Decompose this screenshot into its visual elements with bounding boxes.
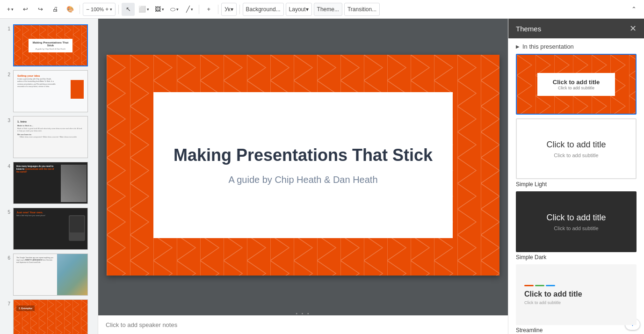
slide-canvas[interactable]: Making Presentations That Stick A guide … <box>98 19 508 312</box>
theme-dropdown[interactable]: Theme... <box>314 3 342 16</box>
background-dropdown[interactable]: Background... <box>243 3 284 16</box>
transition-dropdown[interactable]: Transition... <box>344 3 380 16</box>
frame-dropdown-icon: ▾ <box>147 7 149 12</box>
simple-dark-label: Simple Dark <box>516 254 637 261</box>
slide-preview-3: 1. Intro Made to Stick is… Made to Stick… <box>13 116 88 158</box>
frame-tool[interactable]: ⬜ ▾ <box>137 3 151 16</box>
zoom-dropdown-icon: ▾ <box>110 7 112 12</box>
theme-preview-current: Click to add title Click to add subtitle <box>516 54 637 115</box>
streamline-title: Click to add title <box>524 290 582 298</box>
main-slide[interactable]: Making Presentations That Stick A guide … <box>107 55 499 276</box>
paint-button[interactable]: 🎨 <box>64 3 77 16</box>
image-tool[interactable]: 🖼 ▾ <box>153 3 166 16</box>
slide-thumb-5[interactable]: 5 Just one! Your own. With a little help… <box>0 206 98 252</box>
canvas-area: Making Presentations That Stick A guide … <box>98 19 508 334</box>
slide-5-title: Just one! Your own. <box>16 211 85 214</box>
slide-num-6: 6 <box>4 255 10 261</box>
theme-preview-simple-light: Click to add title Click to add subtitle <box>516 118 637 179</box>
simple-light-content: Click to add title Click to add subtitle <box>517 119 636 178</box>
text-format-dropdown[interactable]: Ук▾ <box>221 3 236 16</box>
line-icon: ╱ <box>186 6 190 13</box>
theme-card-simple-light[interactable]: Click to add title Click to add subtitle… <box>516 118 637 188</box>
slide-thumb-2[interactable]: 2 Selling your idea Create a partnership… <box>0 68 98 114</box>
theme-card-current[interactable]: Click to add title Click to add subtitle <box>516 54 637 115</box>
slide-panel: 1 Making Presentations That Stick A gui <box>0 19 98 334</box>
zoom-control[interactable]: − 100% + ▾ <box>83 3 116 16</box>
simple-dark-title: Click to add title <box>546 213 606 223</box>
slide-preview-2: Selling your idea Create a partnership w… <box>13 70 88 112</box>
insert-icon: + <box>207 6 210 13</box>
main-slide-content[interactable]: Making Presentations That Stick A guide … <box>153 92 453 238</box>
simple-dark-sub: Click to add subtitle <box>554 225 598 231</box>
themes-section-header[interactable]: ▶ In this presentation <box>516 38 637 54</box>
slide-6-image <box>57 254 87 295</box>
insert-button[interactable]: + <box>202 3 215 16</box>
undo-button[interactable]: ↩ <box>19 3 32 16</box>
slide-2-title: Selling your idea <box>17 74 84 77</box>
layout-dropdown[interactable]: Layout▾ <box>286 3 312 16</box>
slide-3-item1: Made to Stick is… <box>17 124 84 127</box>
frame-icon: ⬜ <box>138 6 146 13</box>
collapse-toolbar-button[interactable]: ⌃ <box>627 3 640 16</box>
undo-icon: ↩ <box>23 6 28 13</box>
slide-4-title: How many languages do you need to know t… <box>16 165 58 174</box>
tri-pattern-7 <box>14 300 87 334</box>
slide-2-body: Create a partnership with Chip and Dan H… <box>17 78 57 88</box>
theme-card-simple-dark[interactable]: Click to add title Click to add subtitle… <box>516 191 637 261</box>
theme-label: Theme... <box>317 6 339 13</box>
toolbar: + ▾ ↩ ↪ 🖨 🎨 − 100% + ▾ ↖ ⬜ ▾ 🖼 ▾ ⬭ ▾ ╱ ▾… <box>0 0 644 19</box>
slide-thumb-1[interactable]: 1 Making Presentations That Stick A gui <box>0 22 98 68</box>
zoom-level: 100% <box>91 7 104 12</box>
print-button[interactable]: 🖨 <box>49 3 62 16</box>
slide-thumb-6[interactable]: 6 The Google Translate app can repeat an… <box>0 252 98 298</box>
paint-icon: 🎨 <box>66 6 74 13</box>
shape-tool[interactable]: ⬭ ▾ <box>168 3 181 16</box>
current-theme-bg: Click to add title Click to add subtitle <box>517 55 636 114</box>
svg-rect-1 <box>14 25 87 65</box>
zoom-in-icon: + <box>105 6 109 13</box>
slide-preview-4: How many languages do you need to know t… <box>13 162 88 204</box>
slide-num-7: 7 <box>4 301 10 306</box>
tri-pattern-1 <box>14 25 87 65</box>
slide-4-image <box>61 165 87 202</box>
svg-rect-3 <box>14 300 87 334</box>
themes-section: ▶ In this presentation <box>508 38 644 334</box>
slide-3-body: Made to Stick: a great book! A book abou… <box>17 128 84 132</box>
redo-icon: ↪ <box>38 6 43 13</box>
slide-thumb-7[interactable]: 7 2. Examples <box>0 298 98 334</box>
themes-header: Themes ✕ <box>508 19 644 38</box>
shape-dropdown-icon: ▾ <box>176 7 179 12</box>
slide-num-4: 4 <box>4 164 10 169</box>
line-tool[interactable]: ╱ ▾ <box>183 3 196 16</box>
theme-card-streamline[interactable]: Click to add title Click to add subtitle… <box>516 264 637 334</box>
slide-num-3: 3 <box>4 118 10 123</box>
slide-2-image <box>71 80 84 99</box>
new-icon: + <box>7 6 11 13</box>
slide-5-phone <box>69 215 85 241</box>
slide-preview-1: Making Presentations That Stick A guide … <box>13 24 88 66</box>
select-tool[interactable]: ↖ <box>122 3 135 16</box>
stream-dot-red <box>524 285 534 286</box>
slide-thumb-3[interactable]: 3 1. Intro Made to Stick is… Made to Sti… <box>0 114 98 160</box>
notes-divider[interactable]: • • • <box>98 312 508 315</box>
main-slide-subtitle: A guide by Chip Heath & Dan Heath <box>228 174 377 185</box>
redo-button[interactable]: ↪ <box>34 3 47 16</box>
slide-preview-7: 2. Examples <box>13 299 88 334</box>
current-theme-pattern <box>517 55 636 114</box>
themes-panel: Themes ✕ ▶ In this presentation <box>508 19 644 334</box>
themes-close-button[interactable]: ✕ <box>630 23 637 34</box>
slide-6-text: The Google Translate app can repeat anyt… <box>16 257 54 264</box>
print-icon: 🖨 <box>52 6 58 13</box>
transition-label: Transition... <box>347 6 376 13</box>
notes-placeholder: Click to add speaker notes <box>106 321 177 328</box>
theme-preview-simple-dark: Click to add title Click to add subtitle <box>516 191 637 252</box>
zoom-out-icon: − <box>86 6 89 13</box>
main-area: 1 Making Presentations That Stick A gui <box>0 19 644 334</box>
new-button[interactable]: + ▾ <box>4 3 17 16</box>
slide-7-label: 2. Examples <box>16 305 35 311</box>
streamline-label: Streamline <box>516 327 637 334</box>
slide-thumb-4[interactable]: 4 How many languages do you need to know… <box>0 160 98 206</box>
svg-rect-7 <box>517 55 636 114</box>
notes-bar[interactable]: Click to add speaker notes ✦ <box>98 315 508 334</box>
slide-3-items: • Make ideas more unexpected • Make idea… <box>17 136 84 138</box>
